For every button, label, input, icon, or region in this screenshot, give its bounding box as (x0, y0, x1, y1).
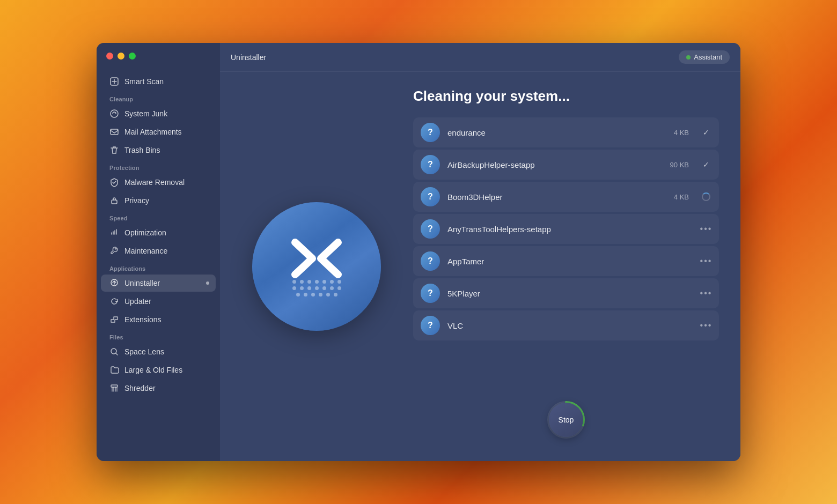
shredder-label: Shredder (124, 384, 156, 392)
app-menu[interactable]: ••• (701, 288, 711, 298)
app-size: 4 KB (674, 129, 689, 137)
svg-rect-5 (111, 385, 118, 387)
assistant-label: Assistant (694, 53, 722, 61)
speed-section-label: Speed (97, 210, 220, 224)
sidebar-item-extensions[interactable]: Extensions (101, 311, 216, 328)
sidebar-item-maintenance[interactable]: Maintenance (101, 242, 216, 260)
uninstaller-label: Uninstaller (124, 279, 160, 287)
right-area: Cleaning your system... ? endurance 4 KB… (413, 88, 719, 445)
sidebar-item-space-lens[interactable]: Space Lens (101, 343, 216, 360)
app-name: AirBackupHelper-setapp (447, 160, 663, 169)
trash-bins-icon (109, 145, 119, 155)
sidebar-item-privacy[interactable]: Privacy (101, 192, 216, 209)
app-icon: ? (421, 316, 440, 335)
active-indicator (206, 281, 209, 285)
large-old-files-label: Large & Old Files (124, 366, 182, 374)
traffic-lights (106, 53, 136, 60)
system-junk-icon (109, 109, 119, 118)
svg-point-1 (111, 110, 118, 117)
app-name: Boom3DHelper (447, 192, 666, 202)
assistant-button[interactable]: Assistant (679, 50, 730, 64)
app-menu[interactable]: ••• (701, 256, 711, 266)
optimization-label: Optimization (124, 228, 166, 237)
stop-button-label: Stop (559, 416, 574, 424)
cleaning-title: Cleaning your system... (413, 88, 719, 105)
app-status-spinning (701, 192, 711, 201)
applications-section-label: Applications (97, 260, 220, 274)
app-icon: ? (421, 251, 440, 271)
space-lens-icon (109, 347, 119, 357)
uninstaller-icon (109, 278, 119, 288)
sidebar-item-mail-attachments[interactable]: Mail Attachments (101, 123, 216, 140)
space-lens-label: Space Lens (124, 347, 164, 356)
sidebar-item-system-junk[interactable]: System Junk (101, 105, 216, 122)
mail-attachments-label: Mail Attachments (124, 128, 182, 136)
app-menu[interactable]: ••• (701, 321, 711, 330)
app-name: AppTamer (447, 257, 681, 266)
system-junk-label: System Junk (124, 109, 167, 118)
sidebar-item-large-old-files[interactable]: Large & Old Files (101, 361, 216, 379)
sidebar-item-optimization[interactable]: Optimization (101, 224, 216, 241)
logo-dots (292, 280, 341, 297)
smart-scan-icon (109, 77, 119, 86)
sidebar-item-shredder[interactable]: Shredder (101, 380, 216, 397)
fullscreen-button[interactable] (129, 53, 136, 60)
maintenance-icon (109, 246, 119, 256)
sidebar-item-trash-bins[interactable]: Trash Bins (101, 142, 216, 159)
app-icon: ? (421, 187, 440, 206)
sidebar-item-smart-scan[interactable]: Smart Scan (101, 73, 216, 90)
maintenance-label: Maintenance (124, 247, 167, 255)
sidebar: Smart Scan Cleanup System Junk Mail Atta… (97, 43, 220, 461)
app-name: VLC (447, 321, 681, 330)
app-icon: ? (421, 123, 440, 142)
table-row: ? 5KPlayer ••• (413, 278, 719, 308)
app-logo (252, 202, 381, 331)
illustration-area (241, 88, 392, 445)
app-icon: ? (421, 155, 440, 174)
body-area: Cleaning your system... ? endurance 4 KB… (220, 72, 740, 461)
stop-button[interactable]: Stop (549, 403, 583, 437)
updater-icon (109, 297, 119, 306)
extensions-icon (109, 315, 119, 324)
app-icon: ? (421, 284, 440, 303)
extensions-label: Extensions (124, 315, 161, 324)
sidebar-item-malware-removal[interactable]: Malware Removal (101, 174, 216, 191)
shredder-icon (109, 383, 119, 393)
malware-removal-label: Malware Removal (124, 178, 185, 187)
app-icon: ? (421, 219, 440, 239)
privacy-icon (109, 196, 119, 205)
main-content: Uninstaller Assistant (220, 43, 740, 461)
table-row: ? AnyTransToolHelpers-setapp ••• (413, 214, 719, 244)
app-name: endurance (447, 128, 666, 137)
app-name: 5KPlayer (447, 289, 681, 298)
app-status-done: ✓ (701, 160, 711, 169)
cleanup-section-label: Cleanup (97, 91, 220, 105)
mail-attachments-icon (109, 127, 119, 137)
table-row: ? AppTamer ••• (413, 246, 719, 276)
assistant-status-dot (686, 55, 691, 60)
svg-rect-2 (111, 129, 118, 135)
protection-section-label: Protection (97, 159, 220, 173)
table-row: ? endurance 4 KB ✓ (413, 117, 719, 147)
updater-label: Updater (124, 297, 151, 306)
app-name: AnyTransToolHelpers-setapp (447, 225, 681, 234)
close-button[interactable] (106, 53, 113, 60)
app-menu[interactable]: ••• (701, 224, 711, 234)
app-size: 90 KB (670, 161, 689, 169)
table-row: ? Boom3DHelper 4 KB (413, 182, 719, 212)
sidebar-item-uninstaller[interactable]: Uninstaller (101, 275, 216, 292)
sidebar-item-updater[interactable]: Updater (101, 293, 216, 310)
minimize-button[interactable] (118, 53, 124, 60)
svg-rect-3 (112, 200, 117, 204)
header-title: Uninstaller (231, 53, 266, 62)
privacy-label: Privacy (124, 196, 149, 205)
table-row: ? AirBackupHelper-setapp 90 KB ✓ (413, 150, 719, 180)
stop-area: Stop (413, 389, 719, 445)
main-window: Smart Scan Cleanup System Junk Mail Atta… (97, 43, 740, 461)
app-size: 4 KB (674, 193, 689, 201)
app-status-done: ✓ (701, 128, 711, 137)
files-section-label: Files (97, 329, 220, 343)
table-row: ? VLC ••• (413, 310, 719, 340)
optimization-icon (109, 228, 119, 238)
header-bar: Uninstaller Assistant (220, 43, 740, 72)
